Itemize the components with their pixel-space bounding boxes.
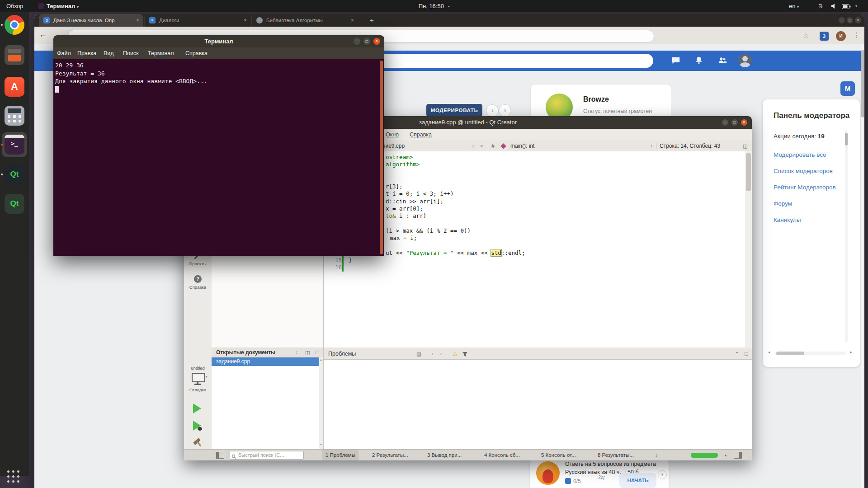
keyboard-layout-indicator[interactable]: en ▾ <box>789 0 799 12</box>
maximize-button[interactable]: ▢ <box>847 17 853 23</box>
menu-file[interactable]: Файл <box>57 47 71 59</box>
software-app-icon[interactable] <box>5 45 24 65</box>
qt-app-icon[interactable]: Qt <box>5 194 24 214</box>
terminal-icon[interactable]: >_ <box>5 135 24 155</box>
panel-hscroll-thumb[interactable] <box>776 352 804 355</box>
qtcreator-icon[interactable]: Qt <box>5 164 24 184</box>
pane-arrows-icon[interactable]: ↕ <box>656 450 658 460</box>
code-editor[interactable]: 15 16 ostream>algorithm>r[3];t i = 0; i … <box>324 151 752 347</box>
tab-close-icon[interactable]: × <box>136 17 139 23</box>
menu-window[interactable]: Окно <box>386 129 399 141</box>
terminal-scroll-thumb[interactable] <box>380 61 383 254</box>
editor-scroll-thumb[interactable] <box>746 153 751 191</box>
chrome-icon[interactable] <box>5 15 24 35</box>
run-button[interactable] <box>193 404 201 413</box>
header-avatar[interactable] <box>738 54 752 67</box>
app-menu[interactable]: Терминал ▾ <box>47 0 79 12</box>
user-name[interactable]: Browze <box>583 95 609 103</box>
docs-scroll-down-icon[interactable]: ▼ <box>320 443 322 446</box>
maximize-button[interactable]: ▢ <box>731 119 738 126</box>
close-document-icon[interactable]: × <box>480 141 483 151</box>
link-moderator-list[interactable]: Список модераторов <box>774 168 833 174</box>
a-app-icon[interactable]: A <box>5 77 24 97</box>
pane-button-debugger-console[interactable]: 5 Консоль от... <box>541 450 576 460</box>
tab-task[interactable]: 3 Дано 3 целых числа. Опр × <box>39 14 143 27</box>
pane-button-app-output[interactable]: 3 Вывод при... <box>427 450 462 460</box>
symbols-hash-icon[interactable]: # <box>491 141 495 151</box>
ad-collapse-button[interactable]: ▾ <box>658 470 667 479</box>
link-holidays[interactable]: Каникулы <box>774 216 801 223</box>
collapse-pane-icon[interactable]: ⌃ <box>735 348 739 359</box>
menu-search[interactable]: Поиск <box>123 47 139 59</box>
profile-avatar[interactable]: И <box>836 31 846 41</box>
show-apps-icon[interactable] <box>5 468 22 485</box>
close-button[interactable]: × <box>373 38 380 45</box>
menu-view[interactable]: Вид <box>104 47 114 59</box>
link-moderate-all[interactable]: Модерировать все <box>774 151 826 158</box>
clock[interactable]: Пн, 16:50 • <box>407 0 461 12</box>
menu-edit[interactable]: Правка <box>77 47 96 59</box>
tab-close-icon[interactable]: × <box>244 17 247 23</box>
docs-split-icon[interactable]: ◫ <box>305 347 310 357</box>
panel-hscroll-right-icon[interactable]: ▸ <box>850 350 852 354</box>
menu-help[interactable]: Справка <box>185 47 208 59</box>
new-tab-button[interactable]: + <box>368 16 376 24</box>
messages-icon[interactable] <box>671 56 681 67</box>
tab-close-icon[interactable]: × <box>351 17 354 23</box>
system-menu-chevron-icon[interactable]: ▾ <box>855 0 857 12</box>
panel-vscroll-thumb[interactable] <box>845 133 848 145</box>
progress-detail-icon[interactable]: ▴ <box>725 450 727 460</box>
docs-combo-arrows-icon[interactable]: ↕ <box>296 347 298 357</box>
symbol-combo[interactable]: main(): int <box>510 141 534 151</box>
pane-button-test-results[interactable]: 8 Результаты... <box>598 450 634 460</box>
moderate-button[interactable]: МОДЕРИРОВАТЬ <box>426 104 482 117</box>
pane-button-compile-output[interactable]: 4 Консоль сб... <box>484 450 520 460</box>
volume-icon[interactable] <box>831 3 837 10</box>
minimize-button[interactable]: − <box>839 17 845 23</box>
network-icon[interactable]: ⇅ <box>818 0 823 12</box>
close-button[interactable]: × <box>741 119 747 126</box>
bookmark-star-icon[interactable]: ☆ <box>803 32 809 40</box>
tab-library[interactable]: Библиотека Алгоритмы × <box>251 14 358 27</box>
file-dropdown-arrows-icon[interactable]: ↕ <box>472 141 474 151</box>
locator-input[interactable]: Быстрый поиск (С... <box>230 451 304 460</box>
maximize-pane-icon[interactable]: ▢ <box>744 348 748 359</box>
terminal-titlebar[interactable]: Терминал − ▢ × <box>53 35 384 47</box>
activities-button[interactable]: Обзор <box>6 0 24 12</box>
prev-button[interactable]: ‹ <box>486 104 499 117</box>
panel-vscrollbar[interactable] <box>845 130 848 343</box>
menu-help[interactable]: Справка <box>410 129 432 141</box>
symbol-combo-arrows-icon[interactable]: ↕ <box>651 141 653 151</box>
page-scroll-thumb[interactable] <box>861 50 864 117</box>
close-button[interactable]: × <box>855 17 861 23</box>
split-editor-icon[interactable]: ◫ <box>743 141 747 151</box>
issues-next-icon[interactable]: › <box>440 348 442 359</box>
maximize-button[interactable]: ▢ <box>363 38 370 45</box>
next-button[interactable]: › <box>499 104 511 117</box>
m-badge[interactable]: M <box>840 81 855 96</box>
docs-scroll-up-icon[interactable]: ▲ <box>320 358 322 361</box>
browser-menu-icon[interactable]: ⋮ <box>854 31 860 38</box>
build-button[interactable] <box>191 436 204 450</box>
battery-icon[interactable] <box>842 4 851 10</box>
link-moderator-rating[interactable]: Рейтинг Модераторов <box>774 184 836 191</box>
filter-funnel-icon[interactable] <box>462 351 468 359</box>
help-mode-button[interactable]: ? Справка <box>184 273 212 299</box>
notifications-icon[interactable] <box>694 56 704 67</box>
issues-prev-icon[interactable]: ‹ <box>431 348 433 359</box>
minimize-button[interactable]: − <box>722 119 728 126</box>
pane-button-issues[interactable]: 1 Проблемы <box>322 450 359 460</box>
issues-list-icon[interactable]: ▤ <box>416 348 421 359</box>
tab-dialogs[interactable]: II Диалоги × <box>144 14 250 27</box>
friends-icon[interactable] <box>717 56 727 67</box>
menu-terminal[interactable]: Терминал <box>148 47 174 59</box>
terminal-content[interactable]: 20 29 36 Результат = 36 Для закрытия дан… <box>53 59 384 256</box>
pane-button-search-results[interactable]: 2 Результаты... <box>372 450 408 460</box>
docs-close-pane-icon[interactable]: ▢ <box>315 347 319 357</box>
panel-hscroll-left-icon[interactable]: ◂ <box>768 350 770 354</box>
calculator-icon[interactable] <box>5 106 24 126</box>
kit-selector[interactable]: untitled ▸ Отладка <box>184 366 212 406</box>
right-sidebar-toggle-button[interactable] <box>734 452 742 459</box>
back-button[interactable]: ← <box>39 30 47 39</box>
link-forum[interactable]: Форум <box>774 200 792 207</box>
